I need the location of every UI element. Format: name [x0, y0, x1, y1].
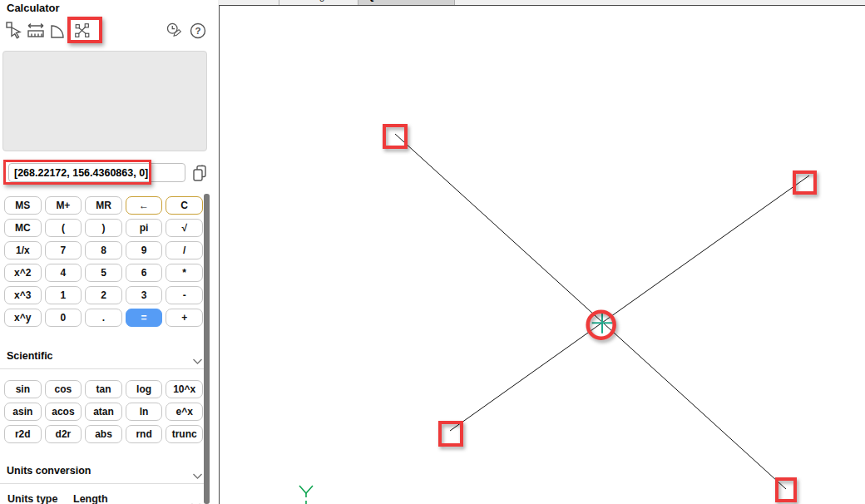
key-equals[interactable]: =	[126, 309, 163, 327]
key-memory-clear[interactable]: MC	[4, 219, 42, 237]
sci-key-log[interactable]: log	[126, 380, 163, 398]
sci-key-e-power-x[interactable]: e^x	[166, 403, 203, 421]
annotation-circle-intersection	[588, 312, 615, 338]
annotation-box-toolbar	[67, 17, 102, 43]
units-type-dropdown[interactable]: Length	[73, 493, 108, 504]
key-memory-recall[interactable]: MR	[85, 196, 122, 215]
chevron-down-icon[interactable]	[192, 468, 203, 476]
measure-distance-icon[interactable]	[27, 22, 45, 40]
key-divide[interactable]: /	[166, 241, 203, 259]
key-2[interactable]: 2	[85, 286, 122, 304]
calculator-input[interactable]	[8, 163, 185, 182]
key-minus[interactable]: -	[166, 286, 203, 304]
sci-key-d2r[interactable]: d2r	[45, 425, 82, 443]
key-open-paren[interactable]: (	[45, 219, 82, 237]
drawing-area: Start×Drawing1×QUICKCALC×+	[218, 0, 865, 504]
key-sqrt[interactable]: √	[166, 219, 203, 237]
sci-key-r2d[interactable]: r2d	[4, 425, 42, 443]
sci-key-asin[interactable]: asin	[4, 403, 42, 421]
key-6[interactable]: 6	[126, 264, 163, 282]
sci-key-cos[interactable]: cos	[45, 380, 82, 398]
sci-key-tan[interactable]: tan	[85, 380, 122, 398]
scientific-keypad: sincostanlog10^xasinacosatanlne^xr2dd2ra…	[4, 380, 203, 443]
key-reciprocal[interactable]: 1/x	[4, 241, 42, 259]
key-3[interactable]: 3	[126, 286, 163, 304]
key-x-power-y[interactable]: x^y	[4, 309, 42, 327]
app-window: { "window": { "tabs": [ {"label": "Start…	[0, 0, 865, 504]
key-9[interactable]: 9	[126, 241, 163, 259]
key-0[interactable]: 0	[45, 309, 82, 327]
annotation-box-endpoint-bottomleft	[440, 422, 462, 445]
units-type-label: Units type	[7, 493, 57, 504]
annotation-box-endpoint-bottomright	[777, 479, 795, 501]
annotation-box-endpoint-topright	[794, 172, 815, 193]
sci-key-ten-power-x[interactable]: 10^x	[166, 380, 203, 398]
key-5[interactable]: 5	[85, 264, 122, 282]
key-close-paren[interactable]: )	[85, 219, 122, 237]
svg-text:?: ?	[195, 26, 200, 36]
drawing-overlay	[218, 0, 865, 504]
key-1[interactable]: 1	[45, 286, 82, 304]
key-8[interactable]: 8	[85, 241, 122, 259]
key-backspace[interactable]: ←	[126, 196, 163, 215]
key-4[interactable]: 4	[45, 264, 82, 282]
sci-key-acos[interactable]: acos	[45, 403, 82, 421]
sci-key-ln[interactable]: ln	[126, 403, 163, 421]
chevron-down-icon[interactable]	[190, 498, 201, 504]
key-decimal[interactable]: .	[85, 309, 122, 327]
key-multiply[interactable]: *	[166, 264, 203, 282]
sci-key-atan[interactable]: atan	[85, 403, 122, 421]
key-pi[interactable]: pi	[126, 219, 163, 237]
measure-angle-icon[interactable]	[48, 22, 67, 40]
annotation-box-endpoint-topleft	[384, 126, 406, 147]
history-icon[interactable]	[166, 22, 184, 40]
scientific-section-header: Scientific	[7, 350, 53, 362]
help-icon[interactable]: ?	[189, 22, 207, 40]
ucs-y-axis-icon	[299, 486, 313, 504]
line-entity-1[interactable]	[395, 134, 786, 489]
panel-title: Calculator	[7, 2, 60, 14]
key-x-cubed[interactable]: x^3	[4, 286, 42, 304]
units-section-header: Units conversion	[7, 465, 91, 477]
sci-key-abs[interactable]: abs	[85, 425, 122, 443]
divider	[0, 368, 205, 369]
sci-key-trunc[interactable]: trunc	[166, 425, 203, 443]
sci-key-rnd[interactable]: rnd	[126, 425, 163, 443]
key-plus[interactable]: +	[166, 309, 203, 327]
chevron-down-icon[interactable]	[192, 353, 203, 361]
key-7[interactable]: 7	[45, 241, 82, 259]
key-clear[interactable]: C	[166, 196, 203, 215]
sci-key-sin[interactable]: sin	[4, 380, 42, 398]
calculator-keypad: MSM+MR←CMC()pi√1/x789/x^2456*x^3123-x^y0…	[4, 196, 203, 327]
key-memory-store[interactable]: MS	[4, 196, 42, 215]
line-entity-2[interactable]	[450, 175, 809, 431]
pick-point-icon[interactable]	[6, 22, 24, 40]
key-x-squared[interactable]: x^2	[4, 264, 42, 282]
copy-icon[interactable]	[191, 165, 208, 182]
calculator-history-display	[2, 51, 207, 151]
divider	[0, 483, 205, 484]
calculator-panel: Calculator ? MSM+MR←CMC()pi√1/x789/x^245…	[0, 0, 216, 504]
panel-scrollbar[interactable]	[204, 194, 210, 504]
key-memory-add[interactable]: M+	[45, 196, 82, 215]
